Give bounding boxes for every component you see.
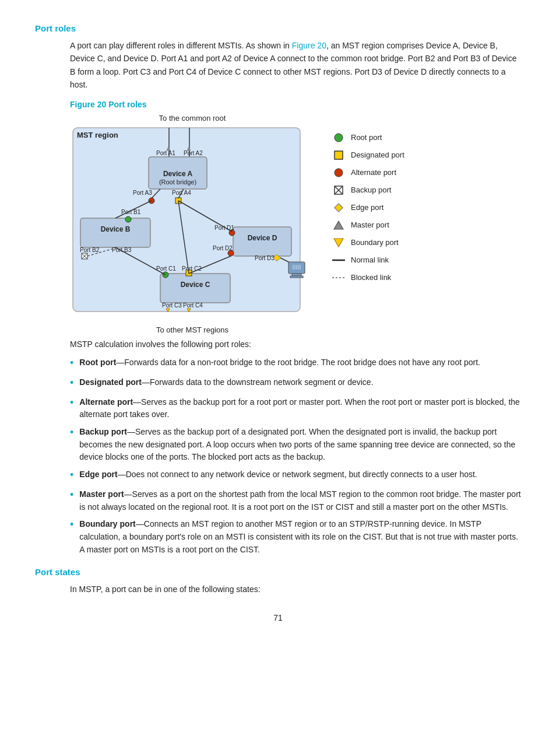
bullet-dot: • <box>70 355 73 372</box>
normal-link-icon <box>332 254 345 267</box>
port-states-title: Port states <box>35 567 521 577</box>
figure-container: To the common root MST region Device A (… <box>70 114 521 334</box>
legend-edge-port-label: Edge port <box>351 203 383 212</box>
legend-alternate-port: Alternate port <box>332 166 404 179</box>
port-states-intro: In MSTP, a port can be in one of the fol… <box>70 583 521 596</box>
bullet-dot-2: • <box>70 375 73 391</box>
legend-backup-port: Backup port <box>332 184 404 197</box>
legend-designated-port-label: Designated port <box>351 150 404 159</box>
port-roles-section: Port roles A port can play different rol… <box>35 23 521 556</box>
svg-rect-60 <box>335 151 343 159</box>
bullet-dot-6: • <box>70 487 73 503</box>
bullet-master-port-text: Master port—Serves as a port on the shor… <box>79 488 521 513</box>
svg-text:Device C: Device C <box>181 281 210 289</box>
legend: Root port Designated port Alternate port <box>332 131 404 284</box>
svg-text:Port D3: Port D3 <box>255 255 275 261</box>
svg-point-20 <box>125 216 131 222</box>
legend-boundary-port-label: Boundary port <box>351 238 399 247</box>
legend-master-port: Master port <box>332 219 404 232</box>
bullet-boundary-port-text: Boundary port—Connects an MST region to … <box>79 518 521 556</box>
bullet-designated-port-text: Designated port—Forwards data to the dow… <box>79 376 373 389</box>
legend-edge-port: Edge port <box>332 201 404 214</box>
designated-port-icon <box>332 149 345 162</box>
legend-master-port-label: Master port <box>351 220 389 229</box>
port-roles-description: MSTP calculation involves the following … <box>70 338 521 351</box>
legend-root-port: Root port <box>332 131 404 144</box>
svg-text:Port A3: Port A3 <box>133 190 152 196</box>
legend-normal-link-label: Normal link <box>351 256 389 264</box>
figure-title: Figure 20 Port roles <box>70 100 521 109</box>
root-port-icon <box>332 131 345 144</box>
bullet-dot-5: • <box>70 467 73 484</box>
svg-text:(Root bridge): (Root bridge) <box>159 178 196 186</box>
bullet-backup-port: • Backup port—Serves as the backup port … <box>70 426 521 464</box>
svg-text:Device A: Device A <box>163 170 193 178</box>
bullet-root-port: • Root port—Forwards data for a non-root… <box>70 356 521 372</box>
bullet-designated-port: • Designated port—Forwards data to the d… <box>70 376 521 391</box>
svg-rect-52 <box>292 274 301 276</box>
backup-port-icon <box>332 184 345 197</box>
page-number: 71 <box>35 613 521 622</box>
blocked-link-icon <box>332 271 345 284</box>
svg-marker-65 <box>335 204 343 212</box>
bullet-dot-7: • <box>70 517 73 533</box>
port-roles-title: Port roles <box>35 23 521 33</box>
bullet-dot-3: • <box>70 395 73 411</box>
bullet-edge-port: • Edge port—Does not connect to any netw… <box>70 468 521 484</box>
bullet-dot-4: • <box>70 425 73 441</box>
alternate-port-icon <box>332 166 345 179</box>
legend-normal-link: Normal link <box>332 254 404 267</box>
svg-rect-53 <box>290 276 303 278</box>
svg-text:Port C3: Port C3 <box>162 302 182 309</box>
svg-text:Port C4: Port C4 <box>183 302 203 309</box>
bullet-alternate-port: • Alternate port—Serves as the backup po… <box>70 396 521 421</box>
svg-point-61 <box>335 169 343 177</box>
svg-point-45 <box>228 250 234 256</box>
diagram-wrap: To the common root MST region Device A (… <box>70 114 315 334</box>
bullet-alternate-port-text: Alternate port—Serves as the backup port… <box>79 396 521 421</box>
svg-text:MST region: MST region <box>77 131 118 139</box>
bullet-master-port: • Master port—Serves as a port on the sh… <box>70 488 521 513</box>
bullet-root-port-text: Root port—Forwards data for a non-root b… <box>79 356 480 369</box>
network-diagram: MST region Device A (Root bridge) Port A… <box>70 125 315 323</box>
svg-text:Device D: Device D <box>248 234 277 242</box>
legend-designated-port: Designated port <box>332 149 404 162</box>
legend-backup-port-label: Backup port <box>351 186 391 194</box>
legend-root-port-label: Root port <box>351 133 382 142</box>
master-port-icon <box>332 219 345 232</box>
svg-marker-67 <box>334 239 343 247</box>
edge-port-icon <box>332 201 345 214</box>
svg-text:Port B2: Port B2 <box>80 247 100 253</box>
bullet-list: • Root port—Forwards data for a non-root… <box>70 356 521 556</box>
port-states-section: Port states In MSTP, a port can be in on… <box>35 567 521 596</box>
svg-text:Port A1: Port A1 <box>156 150 175 156</box>
port-roles-intro: A port can play different roles in diffe… <box>70 39 521 92</box>
svg-marker-66 <box>334 221 343 229</box>
svg-text:Port A2: Port A2 <box>184 150 203 156</box>
to-mst-label: To other MST regions <box>156 326 228 334</box>
svg-text:Device B: Device B <box>101 225 131 233</box>
legend-blocked-link-label: Blocked link <box>351 273 391 282</box>
common-root-label: To the common root <box>159 114 226 123</box>
legend-alternate-port-label: Alternate port <box>351 168 396 177</box>
svg-point-59 <box>335 134 343 142</box>
bullet-backup-port-text: Backup port—Serves as the backup port of… <box>79 426 521 464</box>
bullet-boundary-port: • Boundary port—Connects an MST region t… <box>70 518 521 556</box>
boundary-port-icon <box>332 236 345 249</box>
legend-blocked-link: Blocked link <box>332 271 404 284</box>
bullet-edge-port-text: Edge port—Does not connect to any networ… <box>79 468 477 481</box>
legend-boundary-port: Boundary port <box>332 236 404 249</box>
diagram-outer: To the common root MST region Device A (… <box>70 114 521 334</box>
